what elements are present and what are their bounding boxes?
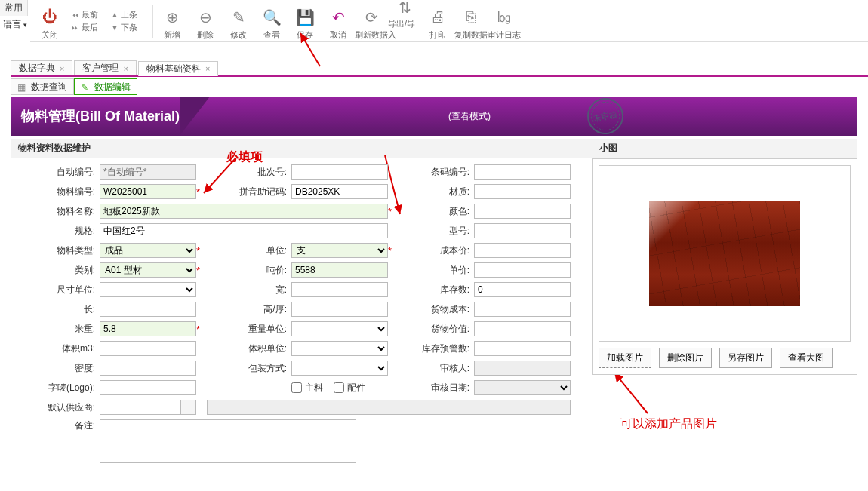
export-button[interactable]: ⇅导出/导入 bbox=[388, 2, 421, 41]
input-barcode[interactable] bbox=[474, 164, 571, 180]
print-icon: 🖨 bbox=[427, 7, 448, 28]
checkbox-accessory[interactable]: 配件 bbox=[334, 382, 365, 394]
input-width[interactable] bbox=[291, 282, 388, 297]
textarea-remarks[interactable] bbox=[100, 419, 356, 463]
undo-icon: ↶ bbox=[328, 7, 349, 28]
nav-last[interactable]: ⏭最后 bbox=[72, 22, 111, 33]
tab-customer-mgmt[interactable]: 客户管理× bbox=[74, 60, 136, 75]
save-button[interactable]: 💾保存 bbox=[288, 2, 322, 41]
tab-data-dictionary[interactable]: 数据字典× bbox=[11, 60, 72, 75]
export-icon: ⇅ bbox=[394, 0, 415, 17]
label-dim-unit: 尺寸单位: bbox=[17, 284, 100, 296]
input-ton-price[interactable] bbox=[291, 262, 388, 278]
separator bbox=[69, 5, 69, 38]
ribbon-common-tab[interactable]: 常用 bbox=[0, 0, 28, 16]
input-mat-no[interactable] bbox=[100, 184, 196, 199]
delete-image-button[interactable]: 删除图片 bbox=[659, 348, 712, 368]
input-height[interactable] bbox=[291, 302, 388, 317]
nav-first-last: ⏮最前 ⏭最后 bbox=[72, 2, 111, 41]
material-form: 自动编号: 批次号: 条码编号: 物料编号: * 拼音助记码: 材质: 物料名称… bbox=[11, 157, 583, 488]
label-ton-price: 吨价: bbox=[207, 264, 291, 277]
select-unit[interactable]: 支 bbox=[291, 243, 388, 258]
input-cost[interactable] bbox=[474, 243, 571, 258]
skip-first-icon: ⏮ bbox=[72, 11, 79, 19]
skip-last-icon: ⏭ bbox=[72, 23, 79, 32]
db-edit-icon: ✎ bbox=[228, 7, 249, 28]
select-pack[interactable] bbox=[291, 361, 388, 376]
delete-button[interactable]: ⊖删除 bbox=[189, 2, 222, 41]
input-goods-cost[interactable] bbox=[474, 302, 571, 317]
view-button[interactable]: 🔍查看 bbox=[255, 2, 288, 41]
language-menu[interactable]: 语言 bbox=[0, 17, 30, 32]
arrow-down-icon: ▼ bbox=[111, 23, 119, 32]
select-mat-type[interactable]: 成品 bbox=[100, 243, 196, 258]
image-annotation: 可以添加产品图片 bbox=[620, 416, 717, 432]
input-length[interactable] bbox=[100, 302, 196, 317]
input-meter-wt[interactable] bbox=[100, 321, 196, 336]
refresh-icon: ⟳ bbox=[361, 7, 382, 28]
nav-next[interactable]: ▼下条 bbox=[111, 22, 150, 33]
close-icon[interactable]: × bbox=[60, 64, 64, 73]
label-volume: 体积m3: bbox=[17, 342, 100, 355]
select-vol-unit[interactable] bbox=[291, 341, 388, 356]
audit-log-button[interactable]: ㏒审计日志 bbox=[488, 2, 521, 41]
image-panel-title: 小图 bbox=[592, 139, 857, 158]
input-stock[interactable] bbox=[474, 282, 571, 297]
label-vol-unit: 体积单位: bbox=[207, 342, 291, 355]
input-pinyin[interactable] bbox=[291, 184, 388, 199]
input-density[interactable] bbox=[100, 361, 196, 376]
refresh-button[interactable]: ⟳刷新数据 bbox=[355, 2, 388, 41]
input-volume[interactable] bbox=[100, 341, 196, 356]
label-meter-wt: 米重: bbox=[17, 323, 100, 336]
nav-prev[interactable]: ▲上条 bbox=[111, 9, 150, 20]
copy-button[interactable]: ⎘复制数据 bbox=[454, 2, 488, 41]
main-toolbar: ⏻ 关闭 ⏮最前 ⏭最后 ▲上条 ▼下条 ⊕新增 ⊖删除 ✎修改 🔍查看 💾保存… bbox=[30, 0, 868, 42]
select-dim-unit[interactable] bbox=[100, 282, 196, 297]
product-image bbox=[649, 201, 800, 306]
subtab-data-query[interactable]: 数据查询 bbox=[11, 78, 74, 95]
label-unit: 单位: bbox=[207, 244, 291, 257]
label-def-supplier: 默认供应商: bbox=[17, 401, 100, 414]
close-button[interactable]: ⏻ 关闭 bbox=[33, 2, 66, 41]
add-button[interactable]: ⊕新增 bbox=[155, 2, 189, 41]
input-spec[interactable] bbox=[100, 223, 388, 238]
label-density: 密度: bbox=[17, 362, 100, 375]
edit-icon bbox=[81, 82, 91, 91]
input-mat-name[interactable] bbox=[100, 204, 388, 219]
label-auto-no: 自动编号: bbox=[17, 166, 100, 179]
load-image-button[interactable]: 加载图片 bbox=[599, 348, 651, 368]
input-warn-qty[interactable] bbox=[474, 341, 571, 356]
input-color[interactable] bbox=[474, 204, 571, 219]
input-audit-date[interactable] bbox=[474, 380, 571, 395]
arrow-up-icon: ▲ bbox=[111, 11, 119, 19]
print-button[interactable]: 🖨打印 bbox=[421, 2, 454, 41]
nav-prev-next: ▲上条 ▼下条 bbox=[111, 2, 150, 41]
input-logo[interactable] bbox=[100, 380, 196, 395]
nav-first[interactable]: ⏮最前 bbox=[72, 9, 111, 20]
required-marker: * bbox=[196, 245, 207, 256]
input-price[interactable] bbox=[474, 262, 571, 278]
label-mat-name: 物料名称: bbox=[17, 205, 100, 218]
subtab-data-edit[interactable]: 数据编辑 bbox=[74, 78, 137, 95]
page-title: 物料管理(Bill Of Material) bbox=[21, 107, 180, 125]
input-model[interactable] bbox=[474, 223, 571, 238]
label-category: 类别: bbox=[17, 264, 100, 277]
select-wt-unit[interactable] bbox=[291, 321, 388, 336]
input-material[interactable] bbox=[474, 184, 571, 199]
input-def-supplier[interactable] bbox=[100, 400, 181, 415]
tab-material-base[interactable]: 物料基础资料× bbox=[138, 61, 218, 76]
input-batch[interactable] bbox=[291, 164, 388, 180]
cancel-button[interactable]: ↶取消 bbox=[322, 2, 355, 41]
close-icon[interactable]: × bbox=[123, 64, 128, 73]
close-icon[interactable]: × bbox=[205, 64, 210, 73]
input-goods-val[interactable] bbox=[474, 321, 571, 336]
lookup-button[interactable]: ⋯ bbox=[181, 400, 196, 415]
save-image-button[interactable]: 另存图片 bbox=[719, 348, 772, 368]
label-remarks: 备注: bbox=[17, 419, 100, 432]
label-price: 单价: bbox=[399, 264, 474, 277]
power-icon: ⏻ bbox=[39, 7, 60, 28]
select-category[interactable]: A01 型材 bbox=[100, 262, 196, 278]
checkbox-main-material[interactable]: 主料 bbox=[291, 382, 323, 394]
edit-button[interactable]: ✎修改 bbox=[222, 2, 255, 41]
view-big-image-button[interactable]: 查看大图 bbox=[780, 348, 833, 368]
